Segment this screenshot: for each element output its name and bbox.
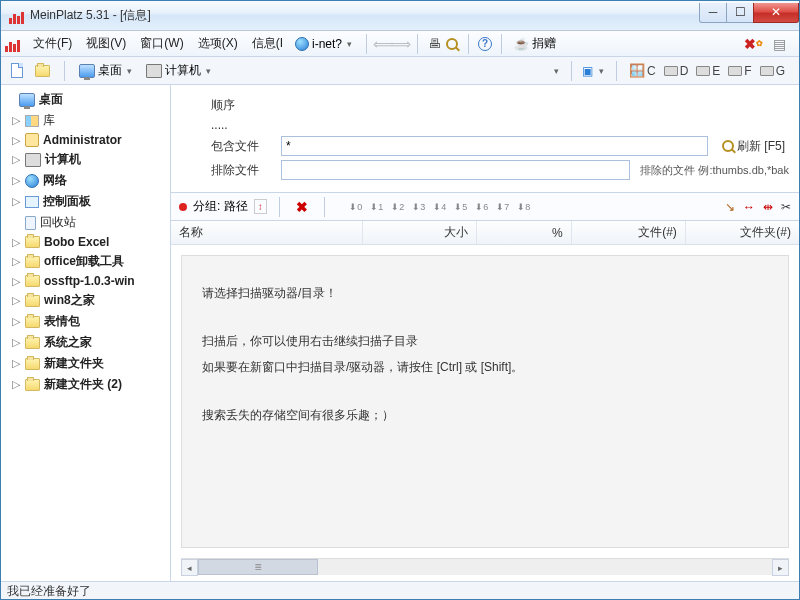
cut-icon[interactable]: ✂ — [781, 200, 791, 214]
folder-icon — [25, 316, 40, 328]
tree-item-label: win8之家 — [44, 292, 95, 309]
drive-tree-icon[interactable]: ▣ — [582, 64, 593, 78]
menu-view[interactable]: 视图(V) — [80, 32, 132, 55]
tree-item[interactable]: ▷ossftp-1.0.3-win — [1, 272, 170, 290]
level-8-icon[interactable]: ⬇8 — [515, 198, 533, 216]
page-icon — [11, 63, 23, 78]
tree-item[interactable]: ▷新建文件夹 — [1, 353, 170, 374]
tree-item[interactable]: ▷新建文件夹 (2) — [1, 374, 170, 395]
drive-g[interactable]: G — [758, 63, 787, 79]
expand-icon[interactable]: ▷ — [11, 134, 21, 147]
level-3-icon[interactable]: ⬇3 — [410, 198, 428, 216]
chevron-down-icon[interactable]: ▾ — [552, 66, 561, 76]
tree-item[interactable]: 回收站 — [1, 212, 170, 233]
tree-item[interactable]: ▷Administrator — [1, 131, 170, 149]
toolbar: 桌面▾ 计算机▾ ▾ ▣▾ 🪟C D E F G — [1, 57, 799, 85]
tree-item[interactable]: ▷计算机 — [1, 149, 170, 170]
tree-item[interactable]: ▷系统之家 — [1, 332, 170, 353]
drive-f[interactable]: F — [726, 63, 753, 79]
expand-h-icon[interactable]: ↔ — [743, 200, 755, 214]
level-2-icon[interactable]: ⬇2 — [389, 198, 407, 216]
horizontal-scrollbar[interactable]: ◂ ≡ ▸ — [181, 558, 789, 575]
folder-button[interactable] — [31, 63, 54, 79]
expand-icon[interactable]: ▷ — [11, 315, 21, 328]
exclude-input[interactable] — [281, 160, 630, 180]
tree-item-label: 新建文件夹 — [44, 355, 104, 372]
level-1-icon[interactable]: ⬇1 — [368, 198, 386, 216]
expand-icon[interactable]: ▷ — [11, 294, 21, 307]
level-4-icon[interactable]: ⬇4 — [431, 198, 449, 216]
collapse-left-icon[interactable]: ↘ — [725, 200, 735, 214]
expand-icon[interactable]: ▷ — [11, 236, 21, 249]
tree-item[interactable]: ▷表情包 — [1, 311, 170, 332]
scroll-left-button[interactable]: ◂ — [181, 559, 198, 576]
search-icon — [722, 140, 734, 152]
scroll-right-button[interactable]: ▸ — [772, 559, 789, 576]
menu-options[interactable]: 选项(X) — [192, 32, 244, 55]
tree-item[interactable]: ▷控制面板 — [1, 191, 170, 212]
tree-item[interactable]: ▷网络 — [1, 170, 170, 191]
level-6-icon[interactable]: ⬇6 — [473, 198, 491, 216]
fit-icon[interactable]: ⇹ — [763, 200, 773, 214]
globe-icon — [295, 37, 309, 51]
expand-icon[interactable]: ▷ — [11, 195, 21, 208]
expand-icon[interactable]: ▷ — [11, 174, 21, 187]
expand-icon[interactable]: ▷ — [11, 114, 21, 127]
sort-icon[interactable]: ↕ — [254, 199, 267, 214]
level-5-icon[interactable]: ⬇5 — [452, 198, 470, 216]
drive-d[interactable]: D — [662, 63, 691, 79]
folder-icon — [25, 379, 40, 391]
folder-icon — [25, 236, 40, 248]
folder-icon — [25, 275, 40, 287]
col-folders[interactable]: 文件夹(#) — [686, 221, 799, 244]
record-icon — [179, 203, 187, 211]
folder-tree[interactable]: ▷ 桌面 ▷库▷Administrator▷计算机▷网络▷控制面板回收站▷Bob… — [1, 85, 171, 581]
menu-info[interactable]: 信息(I — [246, 32, 289, 55]
col-files[interactable]: 文件(#) — [572, 221, 686, 244]
expand-icon[interactable]: ▷ — [11, 275, 21, 288]
tree-item-label: 表情包 — [44, 313, 80, 330]
help-icon[interactable]: ? — [477, 36, 493, 52]
group-bar: 分组: 路径 ↕ ✖ ⬇0 ⬇1 ⬇2 ⬇3 ⬇4 ⬇5 ⬇6 ⬇7 ⬇8 ↘ … — [171, 193, 799, 221]
tree-item[interactable]: ▷库 — [1, 110, 170, 131]
exclude-hint: 排除的文件 例:thumbs.db,*bak — [640, 163, 789, 178]
print-icon[interactable] — [426, 36, 442, 52]
expand-icon[interactable]: ▷ — [11, 378, 21, 391]
col-pct[interactable]: % — [477, 221, 572, 244]
expand-icon[interactable]: ▷ — [11, 336, 21, 349]
drive-c[interactable]: 🪟C — [627, 62, 658, 79]
tree-root[interactable]: ▷ 桌面 — [1, 89, 170, 110]
maximize-button[interactable]: ☐ — [726, 3, 754, 23]
window-title: MeinPlatz 5.31 - [信息] — [30, 7, 699, 24]
new-page-button[interactable] — [7, 61, 27, 80]
col-size[interactable]: 大小 — [363, 221, 477, 244]
search-icon[interactable] — [444, 36, 460, 52]
scroll-thumb[interactable]: ≡ — [198, 559, 318, 575]
delete-icon[interactable]: ✖ — [292, 199, 312, 215]
settings-icon[interactable]: ▤ — [771, 36, 787, 52]
minimize-button[interactable]: ─ — [699, 3, 727, 23]
computer-selector[interactable]: 计算机▾ — [142, 60, 217, 81]
inet-button[interactable]: i-net?▾ — [291, 35, 358, 53]
monitor-icon — [79, 64, 95, 78]
desktop-selector[interactable]: 桌面▾ — [75, 60, 138, 81]
drive-e[interactable]: E — [694, 63, 722, 79]
level-0-icon[interactable]: ⬇0 — [347, 198, 365, 216]
menu-file[interactable]: 文件(F) — [27, 32, 78, 55]
status-text: 我已经准备好了 — [7, 583, 91, 600]
chevron-down-icon: ▾ — [345, 39, 354, 49]
clear-icon[interactable]: ✖✿ — [745, 36, 761, 52]
menu-window[interactable]: 窗口(W) — [134, 32, 189, 55]
level-7-icon[interactable]: ⬇7 — [494, 198, 512, 216]
expand-icon[interactable]: ▷ — [11, 357, 21, 370]
expand-icon[interactable]: ▷ — [11, 255, 21, 268]
include-input[interactable] — [281, 136, 708, 156]
tree-item[interactable]: ▷win8之家 — [1, 290, 170, 311]
refresh-button[interactable]: 刷新 [F5] — [718, 138, 789, 155]
close-button[interactable]: ✕ — [753, 3, 799, 23]
tree-item[interactable]: ▷Bobo Excel — [1, 233, 170, 251]
donate-button[interactable]: 捐赠 — [510, 33, 560, 54]
tree-item[interactable]: ▷office卸载工具 — [1, 251, 170, 272]
expand-icon[interactable]: ▷ — [11, 153, 21, 166]
col-name[interactable]: 名称 — [171, 221, 363, 244]
